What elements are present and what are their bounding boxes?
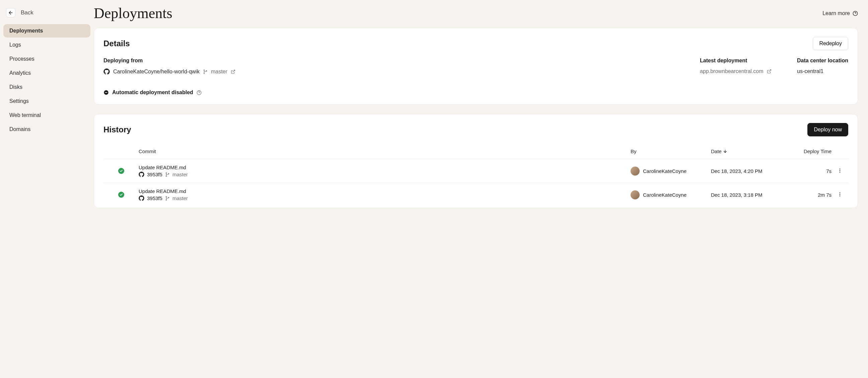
- svg-point-13: [166, 173, 166, 173]
- page-title: Deployments: [94, 5, 173, 22]
- minus-circle-icon: [103, 90, 109, 95]
- author-name: CarolineKateCoyne: [643, 168, 686, 174]
- date-cell: Dec 18, 2023, 3:18 PM: [711, 192, 788, 198]
- help-circle-icon[interactable]: [196, 90, 202, 95]
- commit-cell: Update README.md 3953f5 master: [138, 165, 630, 177]
- nav-item-processes[interactable]: Processes: [3, 52, 90, 66]
- by-cell: CarolineKateCoyne: [630, 167, 711, 176]
- commit-hash[interactable]: 3953f5: [147, 195, 162, 201]
- commit-branch[interactable]: master: [173, 172, 188, 177]
- commit-message: Update README.md: [138, 188, 630, 194]
- page-header: Deployments Learn more: [94, 3, 858, 28]
- help-circle-icon: [852, 11, 858, 16]
- deploytime-cell: 7s: [788, 168, 832, 174]
- nav-item-logs[interactable]: Logs: [3, 38, 90, 52]
- nav-item-analytics[interactable]: Analytics: [3, 66, 90, 80]
- status-cell: [103, 168, 138, 174]
- svg-point-22: [840, 192, 840, 193]
- latest-deployment-label: Latest deployment: [700, 58, 784, 64]
- commit-hash[interactable]: 3953f5: [147, 172, 162, 177]
- status-cell: [103, 192, 138, 198]
- svg-line-6: [233, 70, 235, 72]
- commit-meta: 3953f5 master: [138, 195, 630, 201]
- date-cell: Dec 18, 2023, 4:20 PM: [711, 168, 788, 174]
- nav-item-domains[interactable]: Domains: [3, 123, 90, 136]
- back-label[interactable]: Back: [21, 9, 33, 16]
- svg-point-20: [166, 199, 166, 200]
- back-section: Back: [3, 5, 90, 24]
- svg-point-17: [840, 170, 840, 171]
- external-link-icon[interactable]: [231, 69, 236, 74]
- branch-icon: [203, 69, 208, 74]
- col-deploytime-header[interactable]: Deploy Time: [788, 148, 832, 154]
- avatar: [630, 190, 640, 199]
- latest-deployment-value[interactable]: app.brownbearcentral.com: [700, 68, 784, 75]
- deploying-from-col: Deploying from CarolineKateCoyne/hello-w…: [103, 58, 686, 95]
- deploy-now-button[interactable]: Deploy now: [807, 123, 848, 136]
- github-icon: [138, 195, 144, 201]
- table-row[interactable]: Update README.md 3953f5 master Ca: [103, 183, 848, 206]
- svg-point-4: [204, 73, 204, 74]
- actions-cell: [832, 190, 848, 199]
- deploytime-cell: 2m 7s: [788, 192, 832, 198]
- table-row[interactable]: Update README.md 3953f5 master Ca: [103, 159, 848, 183]
- learn-more-link[interactable]: Learn more: [823, 10, 858, 17]
- author-name: CarolineKateCoyne: [643, 192, 686, 198]
- commit-cell: Update README.md 3953f5 master: [138, 188, 630, 201]
- svg-point-3: [204, 70, 204, 70]
- repo-name[interactable]: CarolineKateCoyne/hello-world-qwik: [113, 69, 199, 75]
- sidebar: Back Deployments Logs Processes Analytic…: [0, 0, 94, 378]
- commit-branch[interactable]: master: [173, 195, 188, 201]
- history-card: History Deploy now Commit By Date Deploy…: [94, 114, 858, 208]
- success-icon: [118, 192, 124, 198]
- col-by-header[interactable]: By: [630, 148, 711, 154]
- more-button[interactable]: [832, 190, 848, 199]
- github-icon: [138, 172, 144, 177]
- arrow-down-icon: [723, 149, 727, 153]
- col-commit-header[interactable]: Commit: [138, 148, 630, 154]
- col-date-header[interactable]: Date: [711, 148, 788, 154]
- auto-deploy-label: Automatic deployment disabled: [112, 89, 193, 95]
- svg-point-23: [840, 194, 840, 194]
- github-icon: [103, 68, 110, 75]
- learn-more-label: Learn more: [823, 10, 850, 17]
- back-button[interactable]: [6, 8, 16, 18]
- svg-point-16: [840, 169, 840, 169]
- history-card-header: History Deploy now: [103, 123, 848, 136]
- actions-cell: [832, 167, 848, 176]
- details-card-header: Details Redeploy: [103, 37, 848, 50]
- svg-point-24: [840, 195, 840, 196]
- details-title: Details: [103, 39, 130, 48]
- by-cell: CarolineKateCoyne: [630, 190, 711, 199]
- more-vertical-icon: [837, 192, 842, 197]
- deployment-url: app.brownbearcentral.com: [700, 68, 763, 75]
- branch-name[interactable]: master: [211, 69, 227, 75]
- main-content: Deployments Learn more Details Redeploy …: [94, 0, 868, 378]
- details-card: Details Redeploy Deploying from Caroline…: [94, 28, 858, 105]
- table-header: Commit By Date Deploy Time: [103, 144, 848, 159]
- nav-item-deployments[interactable]: Deployments: [3, 24, 90, 37]
- avatar: [630, 167, 640, 176]
- data-center-value: us-central1: [797, 68, 848, 75]
- more-vertical-icon: [837, 168, 842, 173]
- latest-deployment-col: Latest deployment app.brownbearcentral.c…: [700, 58, 784, 95]
- col-actions-header: [832, 148, 848, 154]
- more-button[interactable]: [832, 167, 848, 176]
- col-status-header: [103, 148, 138, 154]
- nav-item-disks[interactable]: Disks: [3, 81, 90, 94]
- commit-message: Update README.md: [138, 165, 630, 170]
- svg-point-19: [166, 196, 166, 197]
- nav-item-settings[interactable]: Settings: [3, 94, 90, 108]
- deploying-from-value: CarolineKateCoyne/hello-world-qwik maste…: [103, 68, 686, 75]
- auto-deploy-status: Automatic deployment disabled: [103, 89, 686, 95]
- data-center-col: Data center location us-central1: [797, 58, 848, 95]
- success-icon: [118, 168, 124, 174]
- svg-point-18: [840, 172, 840, 172]
- nav-item-web-terminal[interactable]: Web terminal: [3, 109, 90, 122]
- data-center-label: Data center location: [797, 58, 848, 64]
- nav: Deployments Logs Processes Analytics Dis…: [3, 24, 90, 136]
- branch-icon: [165, 172, 170, 177]
- arrow-left-icon: [8, 10, 13, 16]
- external-link-icon: [767, 69, 772, 74]
- redeploy-button[interactable]: Redeploy: [813, 37, 848, 50]
